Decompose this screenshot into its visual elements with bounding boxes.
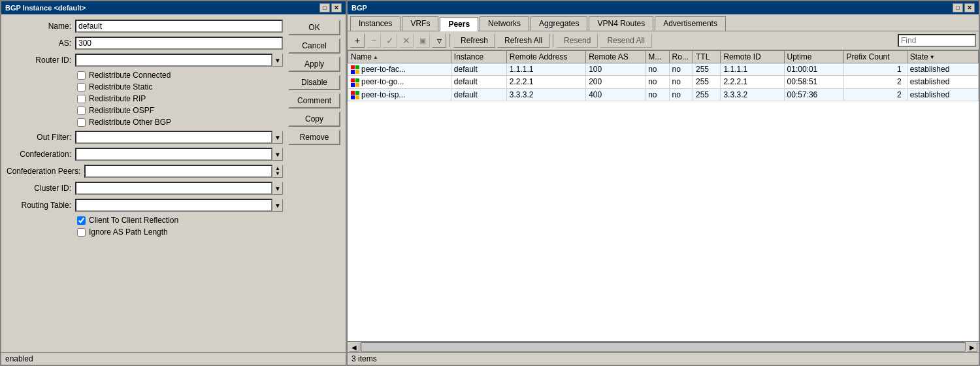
out-filter-row: Out Filter: ▼	[7, 131, 283, 144]
col-header-uptime[interactable]: Uptime	[784, 51, 843, 63]
redist-static-label: Redistribute Static	[89, 82, 152, 92]
routing-table-label: Routing Table:	[7, 201, 75, 210]
redist-other-bgp-label: Redistribute Other BGP	[89, 118, 171, 127]
cell-remote-as: 200	[586, 76, 645, 88]
find-input[interactable]	[898, 34, 976, 47]
col-header-remote-address[interactable]: Remote Address	[506, 51, 585, 63]
scroll-track[interactable]	[361, 342, 966, 352]
client-reflection-label: Client To Client Reflection	[89, 216, 178, 225]
confederation-dropdown-btn[interactable]: ▼	[272, 148, 283, 161]
left-minimize-btn[interactable]: □	[319, 3, 330, 12]
remove-btn[interactable]: −	[367, 33, 381, 48]
cell-instance: default	[451, 76, 506, 88]
redist-other-bgp-check[interactable]	[77, 118, 86, 127]
col-header-state[interactable]: State ▼	[907, 51, 978, 63]
routing-table-dropdown-btn[interactable]: ▼	[272, 199, 283, 212]
ignore-as-path-check[interactable]	[77, 228, 86, 237]
out-filter-dropdown-btn[interactable]: ▼	[272, 131, 283, 144]
comment-button[interactable]: Comment	[288, 93, 340, 108]
redist-rip-row: Redistribute RIP	[7, 94, 283, 103]
left-status: enabled	[1, 352, 346, 365]
confederation-peers-label: Confederation Peers:	[7, 167, 84, 176]
redist-connected-check[interactable]	[77, 71, 86, 80]
apply-button[interactable]: Apply	[288, 56, 340, 72]
cell-state: established	[907, 88, 978, 101]
cluster-id-input[interactable]	[75, 182, 272, 195]
router-id-dropdown-btn[interactable]: ▼	[272, 54, 283, 67]
col-header-remote-as[interactable]: Remote AS	[586, 51, 645, 63]
client-reflection-row: Client To Client Reflection	[7, 216, 283, 225]
col-header-instance[interactable]: Instance	[451, 51, 506, 63]
table-container: Name ▲ Instance Remote Address Remote AS…	[348, 50, 979, 341]
tab-advertisements[interactable]: Advertisements	[655, 16, 726, 31]
add-btn[interactable]: +	[350, 33, 365, 48]
redist-rip-label: Redistribute RIP	[89, 94, 146, 103]
copy-tool-btn[interactable]: ▣	[416, 33, 430, 48]
refresh-btn[interactable]: Refresh	[453, 33, 495, 48]
disable-button[interactable]: Disable	[288, 75, 340, 90]
right-minimize-btn[interactable]: □	[953, 3, 963, 12]
right-panel: BGP □ ✕ Instances VRFs Peers Networks Ag…	[346, 0, 980, 366]
cluster-id-dropdown-btn[interactable]: ▼	[272, 182, 283, 195]
confederation-row: Confederation: ▼	[7, 148, 283, 161]
peer-icon	[351, 78, 359, 87]
right-titlebar-buttons: □ ✕	[953, 3, 975, 12]
scroll-left-btn[interactable]: ◀	[349, 342, 359, 352]
client-reflection-check[interactable]	[77, 216, 86, 225]
redist-static-row: Redistribute Static	[7, 82, 283, 92]
tab-networks[interactable]: Networks	[480, 16, 529, 31]
cell-remote-address: 2.2.2.1	[506, 76, 585, 88]
out-filter-input[interactable]	[75, 131, 272, 144]
confederation-input[interactable]	[75, 148, 272, 161]
left-buttons: OK Cancel Apply Disable Comment Copy Rem…	[288, 20, 340, 347]
redist-static-check[interactable]	[77, 83, 86, 92]
refresh-all-btn[interactable]: Refresh All	[497, 33, 549, 48]
ok-button[interactable]: OK	[288, 20, 340, 35]
copy-button[interactable]: Copy	[288, 111, 340, 127]
redist-ospf-row: Redistribute OSPF	[7, 106, 283, 115]
col-header-name[interactable]: Name ▲	[348, 51, 451, 63]
confederation-peers-input[interactable]	[84, 165, 272, 178]
tab-instances[interactable]: Instances	[350, 16, 400, 31]
resend-btn[interactable]: Resend	[557, 33, 598, 48]
col-header-m[interactable]: M...	[645, 51, 669, 63]
table-row[interactable]: peer-to-fac... default 1.1.1.1 100 no no…	[348, 63, 979, 76]
tab-aggregates[interactable]: Aggregates	[531, 16, 587, 31]
redist-rip-check[interactable]	[77, 95, 86, 103]
table-row[interactable]: peer-to-go... default 2.2.2.1 200 no no …	[348, 76, 979, 88]
as-input[interactable]	[75, 37, 283, 50]
tab-vpn4-routes[interactable]: VPN4 Routes	[589, 16, 653, 31]
tab-peers[interactable]: Peers	[440, 17, 478, 31]
cell-ttl: 255	[693, 76, 720, 88]
filter-btn[interactable]: ▿	[432, 33, 446, 48]
cell-m: no	[645, 76, 669, 88]
col-header-ro[interactable]: Ro...	[669, 51, 693, 63]
table-row[interactable]: peer-to-isp... default 3.3.3.2 400 no no…	[348, 88, 979, 101]
col-header-prefix-count[interactable]: Prefix Count	[843, 51, 907, 63]
cell-name: peer-to-go...	[348, 76, 451, 88]
cell-prefix-count: 1	[843, 63, 907, 76]
name-row: Name:	[7, 20, 283, 33]
tabs-container: Instances VRFs Peers Networks Aggregates…	[348, 14, 979, 31]
name-label: Name:	[7, 22, 75, 31]
remove-button[interactable]: Remove	[288, 129, 340, 145]
col-header-ttl[interactable]: TTL	[693, 51, 720, 63]
confederation-peers-updown-btn[interactable]: ▲▼	[272, 165, 283, 178]
routing-table-field: ▼	[75, 199, 283, 212]
as-row: AS:	[7, 37, 283, 50]
redist-ospf-check[interactable]	[77, 107, 86, 115]
scroll-right-btn[interactable]: ▶	[967, 342, 977, 352]
left-titlebar: BGP Instance <default> □ ✕	[1, 1, 346, 14]
cancel-x-btn[interactable]: ✕	[399, 33, 414, 48]
resend-all-btn[interactable]: Resend All	[600, 33, 651, 48]
tab-vrfs[interactable]: VRFs	[402, 16, 438, 31]
left-close-btn[interactable]: ✕	[331, 3, 342, 12]
router-id-input[interactable]	[75, 54, 272, 67]
cancel-button[interactable]: Cancel	[288, 38, 340, 54]
col-header-remote-id[interactable]: Remote ID	[721, 51, 784, 63]
cell-prefix-count: 2	[843, 88, 907, 101]
check-btn[interactable]: ✓	[383, 33, 397, 48]
right-close-btn[interactable]: ✕	[964, 3, 975, 12]
name-input[interactable]	[75, 20, 283, 33]
routing-table-input[interactable]	[75, 199, 272, 212]
